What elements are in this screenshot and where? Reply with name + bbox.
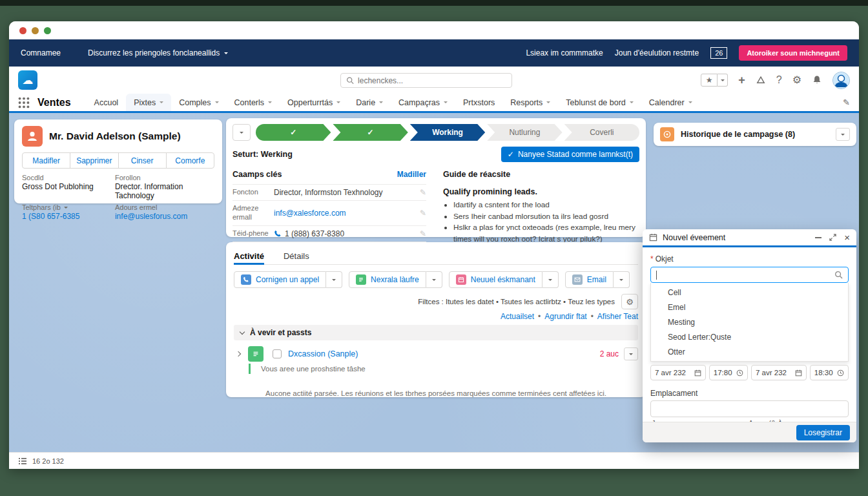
tab-details[interactable]: Détails xyxy=(284,247,309,264)
path-stage-converted[interactable]: Coverli xyxy=(564,124,639,141)
favorite-star-icon[interactable]: ★ xyxy=(701,74,718,87)
location-input[interactable] xyxy=(650,400,849,417)
option-meeting[interactable]: Mesting xyxy=(651,315,848,329)
minimize-window-button[interactable] xyxy=(32,27,39,34)
mark-status-complete-button[interactable]: ✓ Nanyee Statad comme lamnkst(t) xyxy=(501,147,639,162)
log-call-dropdown[interactable] xyxy=(326,271,342,288)
convert-button[interactable]: Comorfe xyxy=(166,152,214,169)
path-stage-complete-2[interactable]: ✓ xyxy=(333,124,408,141)
quick-create-icon[interactable]: + xyxy=(738,74,745,86)
tab-tasks[interactable]: Darie xyxy=(348,94,391,111)
option-call[interactable]: Cell xyxy=(651,285,848,300)
activity-filter-gear-icon[interactable]: ⚙ xyxy=(621,294,638,309)
tab-leads[interactable]: Pixtes xyxy=(126,94,171,111)
tab-contacts[interactable]: Conterls xyxy=(227,94,280,111)
path-collapse-button[interactable] xyxy=(232,124,251,141)
tab-campaigns[interactable]: Campaçras xyxy=(391,94,455,111)
tab-forecasts[interactable]: Prtxstors xyxy=(455,94,502,111)
app-launcher-waffle-icon[interactable] xyxy=(18,97,30,108)
task-timeline-bar xyxy=(249,364,251,374)
email-link[interactable]: infs@xalesforce.com xyxy=(274,209,415,218)
edit-pencil-icon[interactable]: ✎ xyxy=(420,229,426,238)
search-input[interactable] xyxy=(358,76,506,85)
check-icon: ✓ xyxy=(290,128,296,137)
modal-title: Nouvel éveement xyxy=(663,233,725,242)
new-event-button[interactable]: Neuuel éskmanant xyxy=(449,271,542,288)
close-window-button[interactable] xyxy=(19,27,26,34)
tab-opportunities[interactable]: Opperturrtás xyxy=(280,94,348,111)
refresh-link[interactable]: Actuailset xyxy=(501,312,534,321)
subject-combobox-input[interactable] xyxy=(650,267,849,283)
save-button[interactable]: Losegistrar xyxy=(796,425,850,440)
edit-button[interactable]: Madifler xyxy=(22,152,70,169)
chevron-down-icon[interactable] xyxy=(64,207,68,209)
path-stage-complete-1[interactable]: ✓ xyxy=(256,124,331,141)
option-other[interactable]: Otter xyxy=(651,344,848,359)
task-title-link[interactable]: Dxcassion (Sanple) xyxy=(288,349,358,358)
expand-task-chevron-icon[interactable] xyxy=(236,351,241,356)
activity-card: Activité Détails Cornigen un appel Nexra… xyxy=(226,242,646,397)
notification-bell-icon[interactable] xyxy=(812,75,822,85)
user-avatar[interactable] xyxy=(832,72,850,89)
edit-pencil-icon[interactable]: ✎ xyxy=(420,188,426,197)
upcoming-overdue-section[interactable]: À vevir et passts xyxy=(234,325,638,340)
banner-brand[interactable]: Comnamee xyxy=(21,48,61,57)
email-dropdown[interactable] xyxy=(614,271,630,288)
help-icon[interactable]: ? xyxy=(776,75,782,85)
close-icon[interactable]: × xyxy=(844,232,850,242)
chevron-down-icon xyxy=(160,101,163,103)
new-task-dropdown[interactable] xyxy=(426,271,442,288)
screen-top-edge xyxy=(0,0,868,6)
delete-button[interactable]: Sapprimer xyxy=(70,152,118,169)
edit-nav-pencil-icon[interactable]: ✎ xyxy=(843,98,850,107)
tab-activity[interactable]: Activité xyxy=(234,247,264,264)
global-search[interactable] xyxy=(340,73,512,88)
phone-link[interactable]: 1 (888) 637-8380 xyxy=(285,229,344,238)
minimize-icon[interactable] xyxy=(815,237,822,238)
trailhead-icon[interactable] xyxy=(756,75,766,85)
tab-calendar[interactable]: Calendrer xyxy=(641,94,700,111)
community-link[interactable]: Lsieax im commmatke xyxy=(526,48,603,57)
clock-icon xyxy=(736,369,743,377)
tab-reports[interactable]: Resports xyxy=(502,94,558,111)
path-stage-working[interactable]: Working xyxy=(410,124,485,141)
email-group: Email xyxy=(565,271,630,288)
expand-icon[interactable] xyxy=(829,234,836,241)
banner-menu[interactable]: Discurrez les priengoles fonclaneallids xyxy=(88,48,228,57)
option-email[interactable]: Emel xyxy=(651,300,848,315)
setup-gear-icon[interactable]: ⚙ xyxy=(792,75,801,85)
zoom-window-button[interactable] xyxy=(44,27,51,34)
chevron-down-icon xyxy=(546,101,550,103)
subscribe-now-button[interactable]: Atoroiker soun michnegunt xyxy=(739,45,847,61)
email-link[interactable]: infe@uslesforus.com xyxy=(115,212,214,221)
log-call-button[interactable]: Cornigen un appel xyxy=(234,271,326,288)
search-icon xyxy=(346,76,354,85)
chevron-down-icon xyxy=(379,101,383,103)
task-actions-dropdown[interactable] xyxy=(624,347,638,360)
modal-header[interactable]: Nouvel éveement × xyxy=(643,229,856,247)
phone-link[interactable]: 1 (S80 657-6385 xyxy=(22,212,108,221)
end-time-input[interactable]: 18:30 xyxy=(810,365,849,380)
favorites-dropdown[interactable] xyxy=(718,74,728,87)
new-event-dropdown[interactable] xyxy=(542,271,559,288)
edit-key-fields-link[interactable]: Madiller xyxy=(397,170,426,179)
clone-button[interactable]: Cinser xyxy=(118,152,167,169)
option-send-letter-quote[interactable]: Seod Lerter:Quste xyxy=(651,329,848,344)
tab-home[interactable]: Accuol xyxy=(87,94,127,111)
campaign-history-card[interactable]: Historique de le campagse (8) xyxy=(654,123,856,146)
expand-all-link[interactable]: Agrundir ftat xyxy=(544,312,586,321)
tab-dashboards[interactable]: Teblunst de bord xyxy=(558,94,641,111)
new-task-button[interactable]: Nexrala làufre xyxy=(349,271,426,288)
campaign-history-dropdown[interactable] xyxy=(836,128,850,141)
edit-pencil-icon[interactable]: ✎ xyxy=(420,209,426,218)
view-all-link[interactable]: Afisher Teat xyxy=(597,312,638,321)
start-date-input[interactable]: 7 avr 232 xyxy=(650,365,706,380)
phone-icon xyxy=(274,230,282,238)
start-time-input[interactable]: 17:80 xyxy=(709,365,748,380)
end-date-input[interactable]: 7 avr 232 xyxy=(751,365,807,380)
path-stage-nurturing[interactable]: Nutluring xyxy=(487,124,562,141)
email-button[interactable]: Email xyxy=(565,271,614,288)
tab-accounts[interactable]: Comples xyxy=(171,94,226,111)
task-complete-checkbox[interactable] xyxy=(273,349,282,358)
check-icon: ✓ xyxy=(367,128,374,137)
